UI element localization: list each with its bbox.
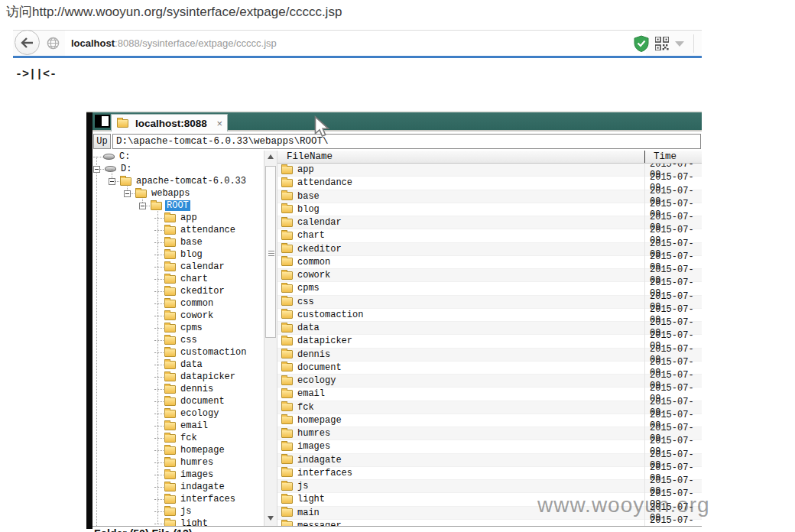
fm-toolbar: Up — [92, 133, 702, 151]
status-bar: Folder (50) File (13) — [92, 526, 702, 532]
folder-icon — [164, 361, 176, 369]
tree-connector — [154, 511, 164, 512]
folder-icon — [281, 456, 293, 464]
file-name: email — [296, 388, 325, 399]
file-list-row-blog[interactable]: blog2015-07-09 — [277, 203, 702, 216]
collapse-expander-icon[interactable] — [93, 166, 100, 173]
tree-connector — [154, 218, 164, 219]
tree-item-base[interactable]: base — [92, 236, 264, 248]
back-button[interactable] — [15, 30, 40, 55]
tree-item-chart[interactable]: chart — [92, 273, 264, 285]
file-list-row-images[interactable]: images2015-07-09 — [277, 440, 702, 453]
tab-close-icon[interactable]: × — [216, 118, 222, 128]
tree-item-cpms[interactable]: cpms — [92, 322, 264, 334]
tree-item-dennis[interactable]: dennis — [92, 383, 264, 395]
file-name: fck — [296, 402, 314, 413]
file-list-row-indagate[interactable]: indagate2015-07-09 — [277, 454, 702, 467]
file-list-row-data[interactable]: data2015-07-09 — [277, 322, 702, 335]
tree-item-interfaces[interactable]: interfaces — [92, 493, 264, 505]
tree-item-root[interactable]: ROOT — [92, 200, 264, 212]
file-list-row-humres[interactable]: humres2015-07-09 — [277, 427, 702, 440]
tree-item-cowork[interactable]: cowork — [92, 310, 264, 322]
scroll-thumb[interactable] — [265, 166, 276, 338]
tree-item-common[interactable]: common — [92, 297, 264, 310]
file-list-row-attendance[interactable]: attendance2015-07-09 — [277, 177, 702, 190]
tree-item-fck[interactable]: fck — [92, 432, 264, 444]
tree-item-homepage[interactable]: homepage — [92, 444, 264, 456]
col-time[interactable]: Time — [654, 151, 677, 162]
tree-scrollbar[interactable] — [264, 151, 277, 526]
col-filename[interactable]: FileName — [287, 151, 333, 162]
tree-item-indagate[interactable]: indagate — [92, 481, 264, 493]
file-list-row-email[interactable]: email2015-07-09 — [277, 388, 702, 401]
file-name: css — [296, 297, 314, 307]
tree-item-c-[interactable]: C: — [92, 151, 264, 163]
folder-icon — [164, 251, 176, 259]
file-list-row-ecology[interactable]: ecology2015-07-09 — [277, 375, 702, 388]
collapse-expander-icon[interactable] — [109, 178, 115, 185]
tree-guide-line — [96, 157, 97, 526]
file-list-row-homepage[interactable]: homepage2015-07-09 — [277, 414, 702, 427]
file-list-row-base[interactable]: base2015-07-09 — [277, 190, 702, 203]
file-list-row-calendar[interactable]: calendar2015-07-09 — [277, 216, 702, 229]
scroll-down-button[interactable] — [264, 512, 277, 524]
tree-item-datapicker[interactable]: datapicker — [92, 371, 264, 383]
tree-item-label: ROOT — [165, 200, 190, 211]
scroll-up-button[interactable] — [264, 151, 277, 162]
tree-item-d-[interactable]: D: — [92, 163, 264, 175]
tree-item-apache-tomcat-6-0-33[interactable]: apache-tomcat-6.0.33 — [92, 175, 264, 187]
file-list-row-interfaces[interactable]: interfaces2015-07-09 — [277, 467, 702, 480]
tree-item-attendance[interactable]: attendance — [92, 224, 264, 236]
tree-item-email[interactable]: email — [92, 420, 264, 432]
file-list-row-ckeditor[interactable]: ckeditor2015-07-09 — [277, 243, 702, 256]
collapse-expander-icon[interactable] — [124, 190, 131, 197]
tree-item-css[interactable]: css — [92, 334, 264, 346]
tree-item-label: dennis — [179, 384, 215, 394]
address-bar[interactable]: localhost:8088/sysinterface/extpage/cccc… — [65, 31, 646, 56]
file-list-row-common[interactable]: common2015-07-09 — [277, 256, 702, 269]
folder-icon — [164, 300, 176, 308]
file-name: ckeditor — [296, 244, 342, 255]
tree-item-customaction[interactable]: customaction — [92, 346, 264, 358]
qr-code-icon[interactable] — [655, 37, 669, 50]
tree-item-calendar[interactable]: calendar — [92, 261, 264, 273]
file-list-row-cowork[interactable]: cowork2015-07-09 — [277, 269, 702, 282]
tree-item-light[interactable]: light — [92, 517, 264, 526]
folder-icon — [281, 205, 293, 213]
file-list-row-document[interactable]: document2015-07-09 — [277, 362, 702, 375]
file-list-row-customaction[interactable]: customaction2015-07-09 — [277, 309, 702, 322]
file-list-row-js[interactable]: js2015-07-09 — [277, 480, 702, 493]
file-list-row-fck[interactable]: fck2015-07-09 — [277, 401, 702, 414]
file-list-row-dennis[interactable]: dennis2015-07-09 — [277, 349, 702, 362]
tree-item-blog[interactable]: blog — [92, 248, 264, 261]
sidebar-toggle-icon[interactable] — [95, 115, 110, 128]
security-shield-icon[interactable] — [634, 35, 649, 52]
dropdown-arrow-icon[interactable] — [675, 41, 684, 47]
tree-item-images[interactable]: images — [92, 469, 264, 481]
file-list-row-cpms[interactable]: cpms2015-07-09 — [277, 282, 702, 295]
window-titlebar: localhost:8088 × — [92, 112, 702, 131]
file-list-row-app[interactable]: app2015-07-09 — [277, 164, 702, 177]
file-name: homepage — [296, 415, 342, 426]
tree-item-ckeditor[interactable]: ckeditor — [92, 285, 264, 297]
tree-item-app[interactable]: app — [92, 212, 264, 224]
window-tab[interactable]: localhost:8088 × — [111, 114, 228, 131]
file-list-row-css[interactable]: css2015-07-09 — [277, 296, 702, 309]
tree-item-data[interactable]: data — [92, 358, 264, 371]
tree-item-label: chart — [179, 274, 209, 284]
file-list-row-chart[interactable]: chart2015-07-09 — [277, 229, 702, 242]
file-list-row-datapicker[interactable]: datapicker2015-07-09 — [277, 335, 702, 348]
tree-item-js[interactable]: js — [92, 505, 264, 517]
up-button[interactable]: Up — [93, 134, 111, 149]
tree-item-document[interactable]: document — [92, 395, 264, 407]
folder-icon — [281, 508, 293, 517]
path-input[interactable] — [112, 134, 701, 149]
column-divider[interactable] — [644, 151, 645, 163]
folder-icon — [281, 337, 293, 345]
tree-item-humres[interactable]: humres — [92, 456, 264, 469]
tree-item-webapps[interactable]: webapps — [92, 187, 264, 200]
collapse-expander-icon[interactable] — [139, 203, 146, 209]
tree-item-ecology[interactable]: ecology — [92, 407, 264, 420]
tree-item-label: css — [179, 335, 199, 345]
file-list-row-messager[interactable]: messager2015-07-09 — [277, 520, 702, 526]
